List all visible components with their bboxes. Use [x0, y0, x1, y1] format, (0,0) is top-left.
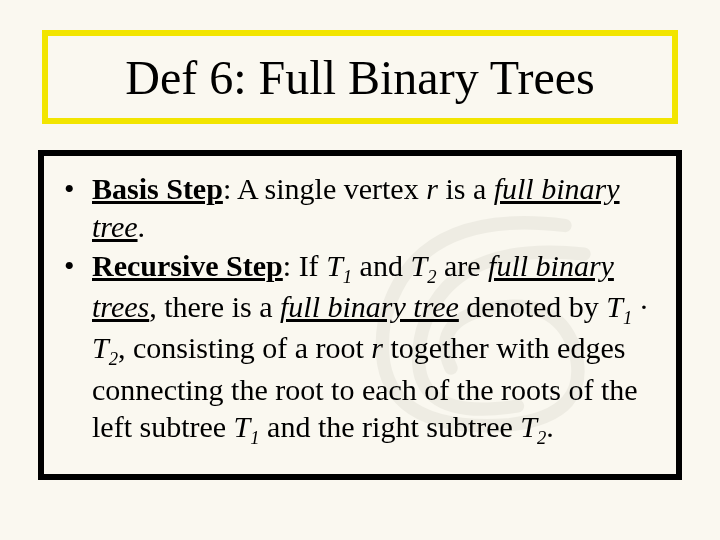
- text: : If: [283, 249, 326, 282]
- text: , there is a: [149, 290, 280, 323]
- bullet-basis: Basis Step: A single vertex r is a full …: [64, 170, 656, 245]
- text: .: [138, 210, 146, 243]
- sub-2: 2: [537, 427, 546, 448]
- text: is a: [438, 172, 494, 205]
- bullet-recursive: Recursive Step: If T1 and T2 are full bi…: [64, 247, 656, 449]
- text: are: [436, 249, 488, 282]
- text: , consisting of a root: [118, 331, 371, 364]
- var-T1: T: [234, 410, 251, 443]
- var-T2: T: [520, 410, 537, 443]
- text: : A single vertex: [223, 172, 426, 205]
- text: .: [546, 410, 554, 443]
- var-T1: T: [326, 249, 343, 282]
- title-box: Def 6: Full Binary Trees: [42, 30, 678, 124]
- basis-label: Basis Step: [92, 172, 223, 205]
- sub-1: 1: [343, 266, 352, 287]
- sub-1: 1: [250, 427, 259, 448]
- term-full-binary-tree: full binary tree: [280, 290, 459, 323]
- text: denoted by: [459, 290, 606, 323]
- text: and: [352, 249, 410, 282]
- recursive-label: Recursive Step: [92, 249, 283, 282]
- var-T2: T: [410, 249, 427, 282]
- var-r: r: [426, 172, 438, 205]
- text: and the right subtree: [260, 410, 521, 443]
- body-box: Basis Step: A single vertex r is a full …: [38, 150, 682, 480]
- bullet-list: Basis Step: A single vertex r is a full …: [64, 170, 656, 449]
- var-r: r: [371, 331, 383, 364]
- slide-title: Def 6: Full Binary Trees: [125, 50, 594, 105]
